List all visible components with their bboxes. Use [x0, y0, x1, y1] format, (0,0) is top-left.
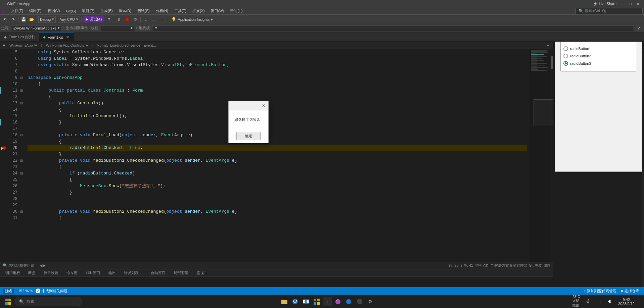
volume-icon — [607, 299, 612, 304]
dropdown-arrow-icon: ▾ — [52, 17, 54, 21]
menu-icon: ◆ — [1, 8, 5, 14]
cpu-dropdown-arrow-icon: ▾ — [76, 17, 78, 21]
attach-button[interactable]: ⚙ — [105, 16, 112, 23]
taskbar-app-settings[interactable]: ⚙ — [366, 297, 375, 306]
tab-code-label: Form1.cs — [48, 35, 63, 39]
taskbar-app-git[interactable]: 🟣 — [333, 297, 343, 306]
modal-close-button[interactable]: ✕ — [260, 102, 267, 109]
terminal-icon: ⚫ — [357, 299, 362, 304]
cpu-dropdown[interactable]: Any CPU ▾ — [58, 16, 80, 23]
process-bar: 进程: [24456] WinFormsApp.exe ▾ ↓ 生命周期事件 ·… — [0, 24, 644, 32]
settings-icon: ⚙ — [368, 299, 372, 304]
tab-form1-code[interactable]: ◆ Form1.cs ✕ — [39, 33, 74, 41]
menu-debug[interactable]: 调试(D) — [116, 8, 134, 14]
step-over-button[interactable]: ⤵ — [142, 16, 149, 23]
start-button[interactable] — [3, 296, 13, 307]
step-out-button[interactable]: ↑ — [158, 16, 166, 23]
menu-build[interactable]: 生成(B) — [98, 8, 116, 14]
process-dropdown-arrow: ▾ — [58, 26, 60, 30]
menu-view[interactable]: 视图(V) — [45, 8, 63, 14]
taskbar-app-folder[interactable] — [280, 297, 289, 306]
tray-volume[interactable] — [605, 297, 614, 306]
taskbar-app-edge[interactable] — [290, 297, 300, 306]
taskbar-clock[interactable]: 9:42 2023/9/12 — [615, 298, 637, 306]
modal-dialog: ✕ 您选择了选项3。 确定 — [228, 101, 269, 143]
toolbar-separator-6 — [167, 17, 167, 22]
open-button[interactable]: 📂 — [28, 16, 35, 23]
tab-close-button[interactable]: ✕ — [65, 35, 70, 40]
minimize-button[interactable]: — — [620, 1, 627, 6]
weather-icon: 28°C 大部晴朗 — [572, 295, 582, 308]
run-button[interactable]: ▶ 调试(A) — [83, 16, 105, 22]
modal-header: ✕ — [229, 101, 268, 110]
thread-dropdown[interactable]: ▾ — [101, 25, 134, 31]
mail-icon: 📧 — [303, 298, 309, 305]
menu-file[interactable]: 文件(F) — [8, 8, 26, 14]
undo-button[interactable]: ↶ — [1, 16, 9, 23]
menu-test[interactable]: 测试(S) — [135, 8, 152, 14]
taskbar-app-mail[interactable]: 📧 — [301, 297, 311, 306]
namespace-dropdown[interactable]: WinFormsApp — [8, 42, 38, 48]
show-desktop-button[interactable] — [639, 297, 641, 306]
live-share-btn[interactable]: ⚡ Live Share — [590, 2, 619, 6]
windows-taskbar: 🔍 搜索 📧 — [0, 295, 644, 308]
search-placeholder: 搜索 (Ctrl+Q) — [585, 8, 606, 13]
svg-rect-3 — [8, 302, 11, 305]
menu-analyze[interactable]: 分析(N) — [153, 8, 171, 14]
svg-marker-15 — [608, 300, 610, 303]
search-box[interactable]: 🔍 搜索 (Ctrl+Q) — [576, 8, 643, 14]
editor-file-icon: ◆ — [3, 43, 5, 47]
stack-label: ↓ 堆栈帧: — [136, 25, 151, 31]
taskbar-app-vs[interactable]: ♦ — [323, 297, 332, 306]
svg-rect-10 — [317, 302, 320, 305]
menu-help[interactable]: 帮助(H) — [227, 8, 245, 14]
taskbar-app-terminal[interactable]: ⚫ — [355, 297, 364, 306]
redo-button[interactable]: ↷ — [9, 16, 17, 23]
play-icon: ▶ — [86, 17, 88, 21]
tab-form1-design[interactable]: ◆ Form1.cs [设计] — [0, 33, 39, 41]
debug-mode-dropdown[interactable]: Debug ▾ — [38, 16, 56, 23]
modal-body: 您选择了选项3。 — [229, 110, 268, 129]
menu-extensions[interactable]: 扩展(X) — [190, 8, 208, 14]
tray-temperature[interactable]: 28°C 大部晴朗 — [572, 297, 582, 306]
restart-button[interactable]: ↺ — [132, 16, 139, 23]
tray-keyboard-layout[interactable]: 英 — [583, 297, 593, 306]
taskbar-search-placeholder: 搜索 — [27, 299, 34, 304]
insights-icon: 💡 — [171, 17, 176, 22]
svg-rect-1 — [8, 299, 11, 301]
keyboard-icon: 英 — [586, 299, 590, 304]
method-dropdown[interactable]: Form1_Load(object sender, Event... — [96, 42, 551, 48]
taskbar-app-python[interactable]: 🔵 — [344, 297, 354, 306]
insights-dropdown-icon[interactable]: ▾ — [211, 17, 213, 22]
menu-window[interactable]: 窗口(W) — [208, 8, 227, 14]
stackframe-dropdown[interactable]: ▾ — [152, 25, 634, 31]
title-bar-left: ● WinFormsApp — [3, 1, 30, 6]
taskbar-app-store[interactable] — [312, 297, 321, 306]
tab-code-icon: ◆ — [43, 35, 46, 39]
pause-button[interactable]: ⏸ — [116, 16, 123, 23]
app-name-label: WinFormsApp — [7, 2, 30, 6]
svg-rect-11 — [597, 302, 597, 304]
step-into-button[interactable]: ↓ — [150, 16, 157, 23]
maximize-button[interactable]: □ — [627, 1, 634, 6]
menu-edit[interactable]: 编辑(E) — [27, 8, 44, 14]
stop-button[interactable]: ⏹ — [124, 16, 131, 23]
menu-project[interactable]: 项目(P) — [79, 8, 97, 14]
menu-tools[interactable]: 工具(T) — [172, 8, 189, 14]
save-button[interactable]: 💾 — [20, 16, 27, 23]
system-tray: 28°C 大部晴朗 英 9:4 — [572, 297, 641, 306]
python-icon: 🔵 — [346, 299, 352, 304]
close-button[interactable]: ✕ — [635, 1, 641, 6]
class-dropdown[interactable]: WinFormsApp.Controls — [45, 42, 90, 48]
toolbar-separator-5 — [140, 17, 141, 22]
tray-network[interactable] — [594, 297, 603, 306]
editor-dropdown-bar: ◆ WinFormsApp | WinFormsApp.Controls | F… — [0, 42, 553, 49]
modal-ok-button[interactable]: 确定 — [236, 132, 261, 140]
taskbar-search[interactable]: 🔍 搜索 — [15, 297, 82, 306]
edge-icon — [292, 299, 298, 305]
menu-git[interactable]: Git(G) — [63, 8, 79, 14]
process-dropdown[interactable]: [24456] WinFormsApp.exe ▾ — [11, 25, 61, 31]
navigation-button[interactable]: ⤢ — [635, 24, 643, 32]
lifecycle-label: ↓ 生命周期事件 · 线程: — [63, 25, 99, 31]
svg-rect-5 — [281, 300, 284, 301]
